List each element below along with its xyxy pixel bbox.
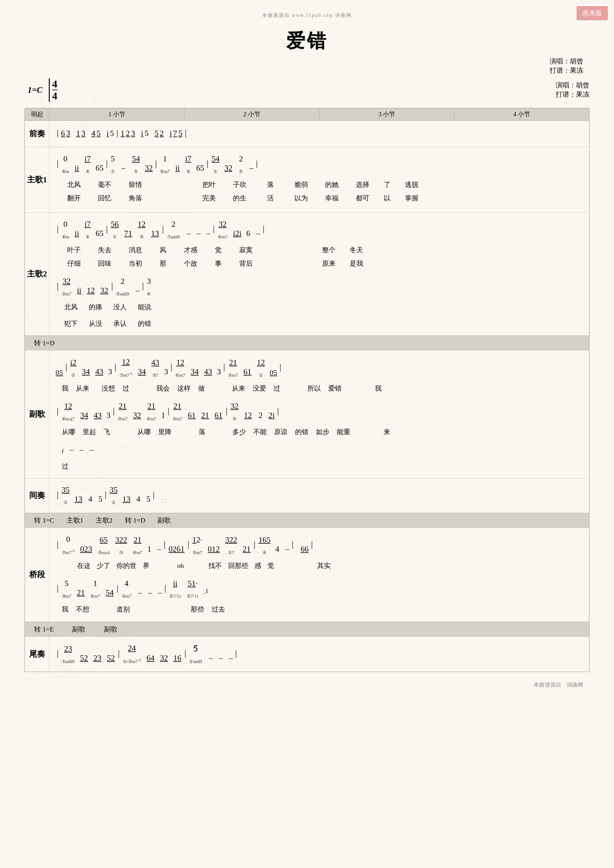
- v1-32: 32: [145, 160, 153, 176]
- v1-54b: 54 ①: [211, 151, 219, 176]
- bridge-content: | 0 ⑦m7-5 023 65 ③sus4: [50, 528, 589, 622]
- verse2-line2: | 32 ②m7 ii 12: [56, 273, 583, 299]
- song-title: 爱错: [25, 28, 589, 54]
- verse1-line1: | 0 ⑥m ii i7 ④: [56, 151, 583, 176]
- n-3b: 3: [81, 126, 85, 141]
- divider-bridge: 转 1=C 主歌1 主歌2 转 1=D 副歌: [25, 513, 589, 528]
- label-chorus2: 副歌: [72, 625, 85, 634]
- performer: 演唱：胡曾: [25, 57, 583, 66]
- v1-ii2: ii: [175, 160, 180, 176]
- v1-65: 65: [95, 160, 103, 176]
- n-6: 6: [61, 126, 65, 141]
- prelude-section: 前奏 | 6 3 1 3 4 5 i 5 | 1: [25, 121, 589, 147]
- l-yibu: 毫不回忆: [92, 178, 117, 205]
- verse1-section: 主歌1 | 0 ⑥m ii: [25, 147, 589, 212]
- key-signature: 1=C: [28, 85, 43, 95]
- label-v2: 主歌2: [96, 516, 113, 525]
- outro-label: 尾奏: [25, 637, 50, 672]
- n-2b: 2: [160, 126, 164, 141]
- verse2-label: 主歌2: [25, 212, 50, 335]
- verse1-lyric1: 北风翻开 毫不回忆 留情角落 把叶完美 子吹的生 落活 脆弱以为 的她幸福 选择…: [56, 178, 583, 205]
- n-123: 1: [121, 126, 124, 141]
- interlude-notes: | 35 ① 13 4 5 | 35 ①: [56, 482, 583, 507]
- v1-bar3: |: [154, 155, 159, 172]
- v1-1: 1 ⑥m7: [160, 151, 170, 176]
- n-5: 5: [97, 126, 101, 141]
- v1-54: 54 ⑤: [132, 151, 140, 176]
- n-3: 3: [66, 126, 70, 141]
- song-meta: 演唱：胡曾 打谱：果冻: [25, 57, 589, 75]
- transcriber: 打谱：果冻: [25, 66, 583, 75]
- n-5e: 5: [178, 126, 182, 141]
- trans-label: 转 1=D: [34, 338, 54, 348]
- footer: 本曲谱源自 词曲网: [25, 681, 589, 688]
- label-chorus3: 副歌: [104, 625, 118, 634]
- v1-bar2: |: [105, 155, 109, 172]
- trans-c: 转 1=C: [34, 516, 54, 525]
- outro-content: | 23 ①add9 52 23: [50, 637, 589, 672]
- v1-2: 2 ⑤: [239, 151, 243, 176]
- v1-5: 5 ①: [111, 151, 115, 176]
- verse2-section: 主歌2 | 0 ⑥m ii i7 ④: [25, 212, 589, 336]
- v1-bar4: |: [205, 155, 210, 172]
- n-5b: 5: [110, 126, 114, 141]
- trans-d: 转 1=D: [125, 516, 146, 525]
- n-i3: i: [170, 126, 172, 141]
- chorus-label: 副歌: [25, 350, 50, 478]
- chorus-content: 05 | i2 ① 34 43: [50, 350, 589, 478]
- interlude-section: 间奏 | 35 ① 13 4 5 | 35: [25, 478, 589, 513]
- prelude-notes: | 6 3 1 3 4 5 i 5 | 1 2 3: [56, 124, 583, 141]
- bridge-section: 桥段 | 0 ⑦m7-5 023 65: [25, 528, 589, 622]
- verse1-label: 主歌1: [25, 147, 50, 212]
- n-7: 7: [173, 126, 177, 141]
- l-luohuo: 落活: [258, 178, 283, 205]
- trans-e: 转 1=E: [34, 625, 54, 634]
- interlude-label: 间奏: [25, 478, 50, 513]
- bar-open: |: [56, 124, 60, 141]
- v1-i7b: i7 ④: [185, 151, 191, 176]
- n-2: 2: [126, 126, 130, 141]
- header-weak: 弱起: [25, 108, 50, 120]
- prelude-content: | 6 3 1 3 4 5 i 5 | 1 2 3: [50, 121, 589, 147]
- label-v1: 主歌1: [67, 516, 84, 525]
- verse2-content: | 0 ⑥m ii i7 ④: [50, 212, 589, 335]
- chorus-line3: i – – –: [62, 442, 583, 458]
- l-deshe: 的她幸福: [320, 178, 344, 205]
- v1-dashb: –: [250, 160, 253, 176]
- label-chorus: 副歌: [157, 516, 171, 525]
- l-bayechuanmei: 把叶完美: [197, 178, 221, 205]
- page: 惠来版 百度乐谱 百度乐谱 百度乐谱 百度乐谱 百度乐谱 百度乐谱 百度乐谱 百…: [0, 0, 614, 868]
- chorus-line1: 05 | i2 ① 34 43: [56, 354, 583, 380]
- l-beifen: 北风翻开: [62, 178, 86, 205]
- v1-bar1: |: [56, 155, 60, 172]
- n-1: 1: [76, 126, 80, 141]
- v1-32b: 32: [224, 160, 232, 176]
- site-header: 本曲谱源自 www.51pu0.com 词曲网: [25, 12, 589, 19]
- l-le: 了以: [381, 178, 393, 205]
- l-xuanze: 选择都可: [350, 178, 375, 205]
- interlude-content: | 35 ① 13 4 5 | 35 ①: [50, 478, 589, 513]
- v1-0: 0 ⑥m: [62, 151, 69, 176]
- v1-i7: i7 ④: [84, 151, 90, 176]
- l-zichuisheng: 子吹的生: [227, 178, 252, 205]
- header-m3: 3 小节: [320, 108, 455, 120]
- v1-bar5: |: [255, 155, 259, 172]
- n-3c: 3: [131, 126, 135, 141]
- divider-outro: 转 1=E 副歌 副歌: [25, 622, 589, 637]
- bar-mid: |: [115, 124, 120, 141]
- l-liuqing: 留情角落: [123, 178, 148, 205]
- outro-section: 尾奏 | 23 ①add9 52 23: [25, 637, 589, 672]
- bridge-line1: | 0 ⑦m7-5 023 65 ③sus4: [56, 532, 583, 557]
- verse2-line1: | 0 ⑥m ii i7 ④: [56, 216, 583, 242]
- outro-notes: | 23 ①add9 52 23: [56, 640, 583, 666]
- bridge-line2: | 5 ③m7 21 1 ⑥m7: [56, 576, 583, 601]
- sheet-music: 弱起 1 小节 2 小节 3 小节 4 小节 前奏 | 6 3 1 3 4 5: [25, 108, 589, 672]
- header-m4: 4 小节: [454, 108, 589, 120]
- l-tuotuo: 逃脱掌握: [399, 178, 424, 205]
- performer-label: 演唱：胡曾: [556, 81, 589, 90]
- verse1-content: | 0 ⑥m ii i7 ④: [50, 147, 589, 212]
- prelude-label: 前奏: [25, 121, 50, 147]
- v1-ii: ii: [75, 160, 79, 176]
- transcriber-label: 打谱：果冻: [556, 90, 589, 99]
- header-m1: 1 小节: [50, 108, 185, 120]
